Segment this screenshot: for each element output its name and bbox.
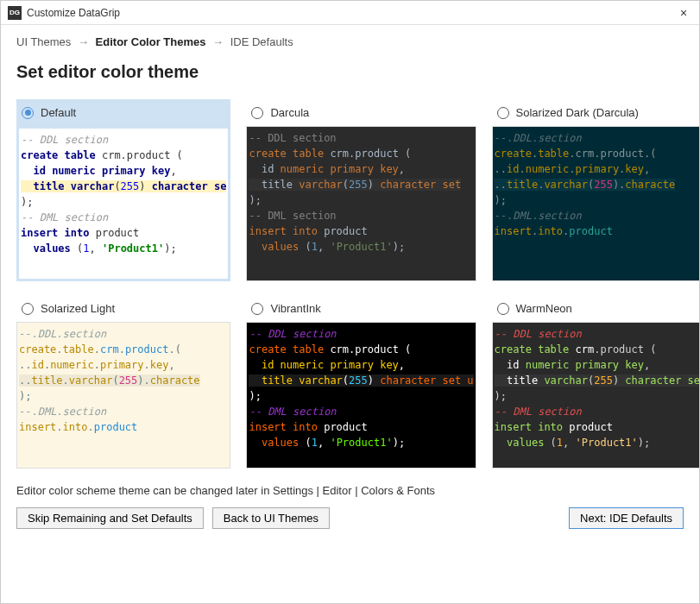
theme-label: Darcula [270, 106, 309, 119]
breadcrumb-next[interactable]: IDE Defaults [230, 35, 293, 48]
theme-label: WarmNeon [516, 302, 572, 315]
radio-icon[interactable] [22, 303, 34, 315]
radio-icon[interactable] [497, 303, 509, 315]
titlebar: DG Customize DataGrip × [1, 1, 699, 25]
theme-option-solarized-dark[interactable]: Solarized Dark (Darcula) --.DDL.section … [492, 99, 700, 281]
theme-preview: --.DDL.section create.table.crm.product.… [16, 322, 230, 469]
skip-button[interactable]: Skip Remaining and Set Defaults [16, 507, 204, 529]
theme-preview: -- DDL section create table crm.product … [492, 322, 700, 469]
chevron-right-icon: → [212, 35, 224, 48]
next-button[interactable]: Next: IDE Defaults [569, 507, 684, 529]
close-icon[interactable]: × [675, 6, 692, 20]
theme-preview: -- DDL section create table crm.product … [246, 322, 476, 469]
theme-option-darcula[interactable]: Darcula -- DDL section create table crm.… [246, 99, 476, 281]
page-title: Set editor color theme [16, 62, 684, 82]
theme-label: VibrantInk [270, 302, 320, 315]
theme-option-warmneon[interactable]: WarmNeon -- DDL section create table crm… [492, 295, 700, 469]
radio-icon[interactable] [251, 303, 263, 315]
theme-label: Solarized Light [41, 302, 115, 315]
back-button[interactable]: Back to UI Themes [212, 507, 330, 529]
theme-preview: --.DDL.section create.table.crm.product.… [492, 126, 700, 281]
theme-label: Default [41, 106, 76, 119]
radio-icon[interactable] [497, 107, 509, 119]
breadcrumb-prev[interactable]: UI Themes [16, 35, 71, 48]
chevron-right-icon: → [78, 35, 89, 48]
breadcrumb-current: Editor Color Themes [96, 35, 206, 48]
button-bar: Skip Remaining and Set Defaults Back to … [16, 507, 684, 529]
app-icon: DG [8, 6, 22, 20]
theme-option-solarized-light[interactable]: Solarized Light --.DDL.section create.ta… [16, 295, 230, 469]
radio-icon[interactable] [251, 107, 263, 119]
theme-option-vibrantink[interactable]: VibrantInk -- DDL section create table c… [246, 295, 476, 469]
theme-label: Solarized Dark (Darcula) [516, 106, 639, 119]
radio-icon[interactable] [22, 107, 34, 119]
theme-option-default[interactable]: Default -- DDL section create table crm.… [16, 99, 230, 281]
breadcrumb: UI Themes → Editor Color Themes → IDE De… [16, 35, 684, 48]
note-text: Editor color scheme theme can be changed… [16, 484, 684, 497]
theme-preview: -- DDL section create table crm.product … [246, 126, 476, 281]
window-title: Customize DataGrip [27, 7, 675, 19]
theme-preview: -- DDL section create table crm.product … [16, 126, 230, 281]
